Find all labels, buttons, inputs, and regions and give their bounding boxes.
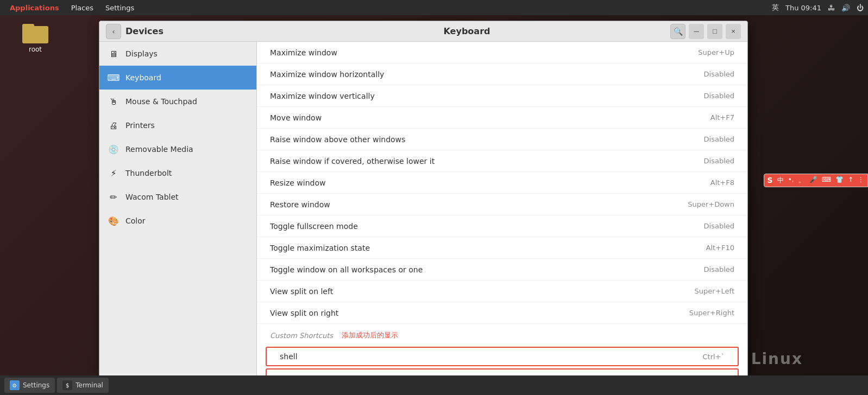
desktop: Applications Places Settings 英 Thu 09:41… [0, 0, 868, 395]
shortcut-key: Alt+F10 [669, 244, 734, 252]
sidebar-label-wacom: Wacom Tablet [125, 193, 179, 201]
shortcut-row-all-workspaces[interactable]: Toggle window on all workspaces or one D… [257, 259, 747, 281]
shortcut-key: Disabled [669, 92, 734, 100]
settings-window: ‹ Devices Keyboard 🔍 ─ □ × 🖥 Displays ⌨ [99, 21, 748, 379]
ime-item-up[interactable]: ↑ [847, 176, 854, 185]
sidebar-item-keyboard[interactable]: ⌨ Keyboard [99, 66, 256, 90]
window-title: Keyboard [263, 26, 670, 36]
top-bar-right: 英 Thu 09:41 🖧 🔊 ⏻ [772, 3, 864, 12]
custom-shortcut-shell[interactable]: shell Ctrl+` [266, 347, 739, 366]
ime-item-mic[interactable]: 🎤 [808, 176, 819, 185]
maximize-button[interactable]: □ [707, 24, 722, 39]
shortcut-key: Super+Up [669, 48, 734, 56]
linux-watermark: Linux [751, 350, 803, 368]
top-menu-bar: Applications Places Settings 英 Thu 09:41… [0, 0, 868, 15]
custom-shortcuts-note: 添加成功后的显示 [342, 330, 398, 340]
ime-item-keyboard[interactable]: ⌨ [821, 176, 832, 185]
shortcut-row-maximize-h[interactable]: Maximize window horizontally Disabled [257, 63, 747, 85]
shortcut-name: View split on right [270, 309, 669, 317]
shortcut-row-fullscreen[interactable]: Toggle fullscreen mode Disabled [257, 215, 747, 237]
sidebar-item-thunderbolt[interactable]: ⚡ Thunderbolt [99, 161, 256, 185]
lang-indicator: 英 [772, 3, 779, 12]
sidebar-item-removable[interactable]: 💿 Removable Media [99, 137, 256, 161]
shortcut-name: Toggle fullscreen mode [270, 222, 669, 231]
minimize-button[interactable]: ─ [689, 24, 704, 39]
taskbar-terminal-label: Terminal [76, 381, 103, 389]
close-button[interactable]: × [726, 24, 741, 39]
shortcut-name: Maximize window vertically [270, 92, 669, 100]
power-icon: ⏻ [857, 4, 864, 12]
shortcut-row-restore[interactable]: Restore window Super+Down [257, 194, 747, 215]
shortcut-key: Disabled [669, 135, 734, 143]
shortcut-name: Toggle maximization state [270, 244, 669, 252]
printers-icon: 🖨 [108, 120, 119, 131]
settings-taskbar-icon: ⚙ [10, 380, 20, 390]
network-icon: 🖧 [828, 4, 835, 12]
window-body: 🖥 Displays ⌨ Keyboard 🖱 Mouse & Touchpad… [99, 42, 747, 378]
sidebar-item-color[interactable]: 🎨 Color [99, 209, 256, 233]
shortcut-key: Alt+F7 [669, 113, 734, 122]
shortcut-key: Disabled [669, 70, 734, 78]
shortcut-row-maximize-window[interactable]: Maximize window Super+Up [257, 42, 747, 63]
volume-icon: 🔊 [841, 4, 850, 12]
shortcut-key: Disabled [669, 265, 734, 273]
shortcut-name: Resize window [270, 179, 669, 187]
removable-icon: 💿 [108, 144, 119, 155]
shortcut-row-maximization[interactable]: Toggle maximization state Alt+F10 [257, 237, 747, 259]
ime-logo: S [766, 176, 774, 185]
shortcut-name: Restore window [270, 200, 669, 209]
ime-item-lang[interactable]: 中 [776, 176, 785, 185]
sidebar-item-displays[interactable]: 🖥 Displays [99, 42, 256, 66]
taskbar-settings[interactable]: ⚙ Settings [4, 378, 55, 393]
shortcut-row-split-right[interactable]: View split on right Super+Right [257, 302, 747, 324]
custom-shortcut-key: Ctrl+` [659, 353, 725, 361]
displays-icon: 🖥 [108, 48, 119, 59]
shortcut-row-move-window[interactable]: Move window Alt+F7 [257, 107, 747, 129]
shortcut-key: Super+Down [669, 200, 734, 208]
shortcut-key: Super+Right [669, 309, 734, 317]
wacom-icon: ✏ [108, 192, 119, 202]
ime-item-period[interactable]: 。 [797, 176, 806, 185]
ime-item-shirt[interactable]: 👕 [834, 176, 845, 185]
ime-item-dot[interactable]: •, [787, 176, 795, 185]
shortcut-row-resize[interactable]: Resize window Alt+F8 [257, 172, 747, 194]
taskbar-settings-label: Settings [23, 381, 49, 389]
main-content: Maximize window Super+Up Maximize window… [257, 42, 747, 378]
shortcut-key: Disabled [669, 222, 734, 230]
titlebar-controls: 🔍 ─ □ × [670, 24, 741, 39]
menu-places[interactable]: Places [66, 3, 99, 13]
sidebar-label-keyboard: Keyboard [125, 73, 161, 82]
ime-item-grid[interactable]: ⋮ [857, 176, 865, 185]
shortcut-row-maximize-v[interactable]: Maximize window vertically Disabled [257, 85, 747, 107]
taskbar: ⚙ Settings $ Terminal [0, 375, 868, 395]
shortcut-key: Disabled [669, 157, 734, 165]
shortcut-key: Alt+F8 [669, 179, 734, 187]
back-button[interactable]: ‹ [106, 24, 121, 39]
menu-applications[interactable]: Applications [4, 3, 65, 13]
shortcut-name: Raise window above other windows [270, 135, 669, 144]
menu-settings[interactable]: Settings [100, 3, 140, 13]
custom-shortcuts-header: Custom Shortcuts 添加成功后的显示 [257, 324, 747, 345]
shortcut-row-split-left[interactable]: View split on left Super+Left [257, 281, 747, 302]
search-button[interactable]: 🔍 [670, 24, 685, 39]
shortcut-name: Raise window if covered, otherwise lower… [270, 157, 669, 165]
sidebar-label-thunderbolt: Thunderbolt [125, 169, 172, 177]
sidebar-item-wacom[interactable]: ✏ Wacom Tablet [99, 185, 256, 209]
sidebar-label-color: Color [125, 216, 146, 225]
shortcut-row-raise-covered[interactable]: Raise window if covered, otherwise lower… [257, 150, 747, 172]
color-icon: 🎨 [108, 215, 119, 226]
sidebar-item-mouse[interactable]: 🖱 Mouse & Touchpad [99, 90, 256, 113]
keyboard-icon: ⌨ [108, 72, 119, 83]
taskbar-terminal[interactable]: $ Terminal [57, 378, 109, 393]
shortcut-key: Super+Left [669, 287, 734, 295]
window-titlebar: ‹ Devices Keyboard 🔍 ─ □ × [99, 21, 747, 42]
sidebar: 🖥 Displays ⌨ Keyboard 🖱 Mouse & Touchpad… [99, 42, 257, 378]
mouse-icon: 🖱 [108, 96, 119, 107]
desktop-icon-label: root [29, 46, 42, 53]
desktop-icon-root[interactable]: root [16, 22, 54, 53]
sidebar-item-printers[interactable]: 🖨 Printers [99, 113, 256, 137]
shortcut-name: Maximize window horizontally [270, 70, 669, 79]
shortcut-name: View split on left [270, 287, 669, 296]
shortcut-row-raise-above[interactable]: Raise window above other windows Disable… [257, 129, 747, 150]
shortcut-name: Toggle window on all workspaces or one [270, 265, 669, 274]
